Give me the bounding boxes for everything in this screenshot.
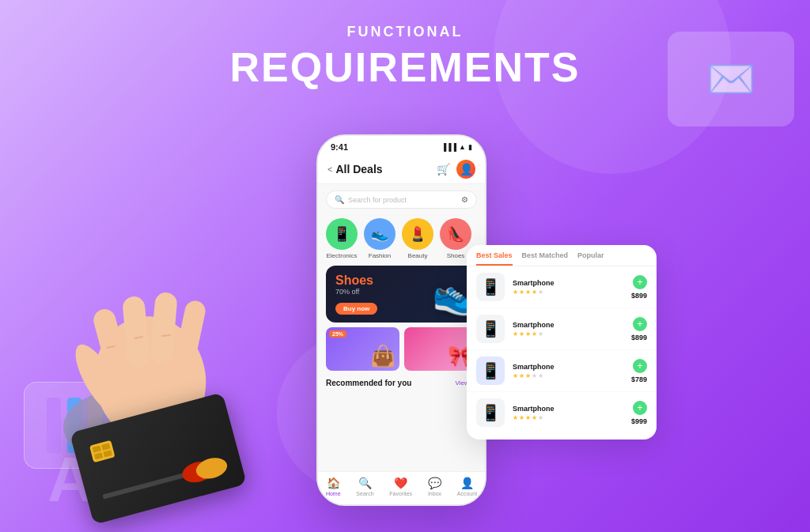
favorites-label: Favorites (389, 491, 412, 496)
inbox-icon: 💬 (428, 477, 441, 489)
user-avatar[interactable]: 👤 (456, 160, 475, 179)
search-bar[interactable]: 🔍 Search for product ⚙ (326, 191, 477, 209)
category-electronics[interactable]: 📱 Electronics (326, 218, 358, 259)
product-price-section-3: + $789 (631, 359, 647, 383)
star-4: ★ (532, 289, 537, 296)
product-stars-1: ★ ★ ★ ★ ★ (513, 289, 623, 296)
product-price-3: $789 (631, 375, 647, 383)
product-name-4: Smartphone (513, 405, 623, 413)
star-1: ★ (513, 289, 518, 296)
requirements-label: REQUIREMENTS (230, 43, 581, 91)
functional-label: FUNCTIONAL (230, 24, 581, 40)
phone-screen: 9:41 ▐▐▐ ▲ ▮ < All Deals 🛒 👤 🔍 Search fo… (318, 136, 485, 504)
star-4-2: ★ (532, 330, 537, 338)
tab-home[interactable]: 🏠 Home (326, 477, 341, 496)
search-icon: 🔍 (335, 195, 344, 204)
nav-back-icon[interactable]: < (327, 164, 332, 174)
star-3-2: ★ (525, 330, 531, 338)
product-details-3: Smartphone ★ ★ ★ ★ ★ (513, 363, 623, 379)
star-1-4: ★ (513, 414, 518, 421)
phone-mockup: 9:41 ▐▐▐ ▲ ▮ < All Deals 🛒 👤 🔍 Search fo… (316, 134, 486, 506)
star-2-3: ★ (519, 372, 524, 379)
electronics-label: Electronics (326, 252, 357, 259)
list-tabs: Best Sales Best Matched Popular (467, 245, 657, 266)
header-section: FUNCTIONAL REQUIREMENTS (230, 24, 581, 91)
product-image-3: 📱 (476, 357, 505, 385)
card-chip (89, 440, 115, 462)
categories-row: 📱 Electronics 👟 Fashion 💄 Beauty 👠 Shoes (318, 215, 485, 266)
product-price-2: $899 (631, 334, 647, 341)
product-stars-2: ★ ★ ★ ★ ★ (513, 330, 623, 338)
product-name-2: Smartphone (513, 321, 623, 329)
add-button-3[interactable]: + (633, 359, 647, 373)
product-list-card: Best Sales Best Matched Popular 📱 Smartp… (467, 245, 657, 440)
home-icon: 🏠 (327, 477, 340, 489)
battery-icon: ▮ (468, 143, 472, 151)
star-5-4: ★ (538, 414, 543, 421)
account-label: Account (457, 491, 477, 496)
status-bar: 9:41 ▐▐▐ ▲ ▮ (318, 136, 485, 155)
status-time: 9:41 (331, 142, 348, 152)
fashion-circle: 👟 (364, 218, 396, 250)
tab-search[interactable]: 🔍 Search (356, 477, 373, 496)
promo-buy-button[interactable]: Buy now (335, 303, 377, 315)
recommended-section: Recommended for you View all (318, 375, 485, 391)
product-details-1: Smartphone ★ ★ ★ ★ ★ (513, 279, 623, 296)
star-5: ★ (538, 289, 543, 296)
home-label: Home (326, 491, 341, 496)
inbox-label: Inbox (428, 491, 441, 496)
add-button-1[interactable]: + (633, 275, 647, 289)
product-row-1: 📱 Smartphone ★ ★ ★ ★ ★ + $899 (467, 266, 657, 308)
product-price-section-2: + $899 (631, 317, 647, 341)
product-price-section-4: + $999 (631, 401, 647, 425)
product-price-4: $999 (631, 417, 647, 425)
tab-best-matched[interactable]: Best Matched (522, 251, 569, 266)
cart-icon[interactable]: 🛒 (437, 163, 450, 175)
product-name-3: Smartphone (513, 363, 623, 371)
tab-inbox[interactable]: 💬 Inbox (428, 477, 441, 496)
star-1-2: ★ (513, 330, 518, 338)
category-fashion[interactable]: 👟 Fashion (364, 218, 396, 259)
search-tab-icon: 🔍 (358, 477, 372, 489)
product-thumb-1[interactable]: 25% 👜 (326, 327, 399, 371)
star-1-3: ★ (513, 372, 518, 379)
star-5-2: ★ (538, 330, 543, 338)
product-image-4: 📱 (476, 398, 505, 427)
category-beauty[interactable]: 💄 Beauty (402, 218, 433, 259)
star-3-4: ★ (525, 414, 531, 421)
electronics-circle: 📱 (326, 218, 358, 250)
nav-icons: 🛒 👤 (437, 160, 475, 179)
promo-banner: Shoes 70% off Buy now 👟 (326, 266, 477, 323)
deco-top-right: ✉️ (668, 32, 794, 126)
bottom-tab-bar: 🏠 Home 🔍 Search ❤️ Favorites 💬 Inbox 👤 A… (318, 471, 485, 504)
product-image-2: 📱 (476, 315, 505, 343)
status-icons: ▐▐▐ ▲ ▮ (441, 143, 472, 151)
svg-line-9 (162, 335, 170, 336)
product-row-4: 📱 Smartphone ★ ★ ★ ★ ★ + $999 (467, 392, 657, 433)
fashion-label: Fashion (369, 252, 391, 259)
star-3: ★ (525, 289, 531, 296)
product-image-1: 📱 (476, 273, 505, 301)
hand-illustration (0, 158, 316, 458)
search-tab-label: Search (356, 491, 373, 496)
add-button-2[interactable]: + (633, 317, 647, 331)
tab-best-sales[interactable]: Best Sales (476, 251, 513, 266)
product-price-section-1: + $899 (631, 275, 647, 300)
tab-popular[interactable]: Popular (577, 251, 604, 266)
envelope-icon: ✉️ (706, 56, 755, 102)
shoes-label: Shoes (447, 252, 465, 259)
tab-account[interactable]: 👤 Account (457, 477, 477, 496)
product-details-4: Smartphone ★ ★ ★ ★ ★ (513, 405, 623, 421)
product-emoji-1: 👜 (370, 344, 396, 368)
filter-icon[interactable]: ⚙ (461, 195, 468, 204)
star-5-3: ★ (538, 372, 543, 379)
card-strip (102, 472, 187, 499)
tab-favorites[interactable]: ❤️ Favorites (389, 477, 412, 496)
recommended-title: Recommended for you (326, 379, 411, 387)
star-3-3: ★ (525, 372, 531, 379)
search-placeholder[interactable]: Search for product (348, 196, 457, 204)
sale-badge-1: 25% (329, 330, 346, 338)
account-icon: 👤 (460, 477, 474, 489)
star-2: ★ (519, 289, 524, 296)
add-button-4[interactable]: + (633, 401, 647, 415)
